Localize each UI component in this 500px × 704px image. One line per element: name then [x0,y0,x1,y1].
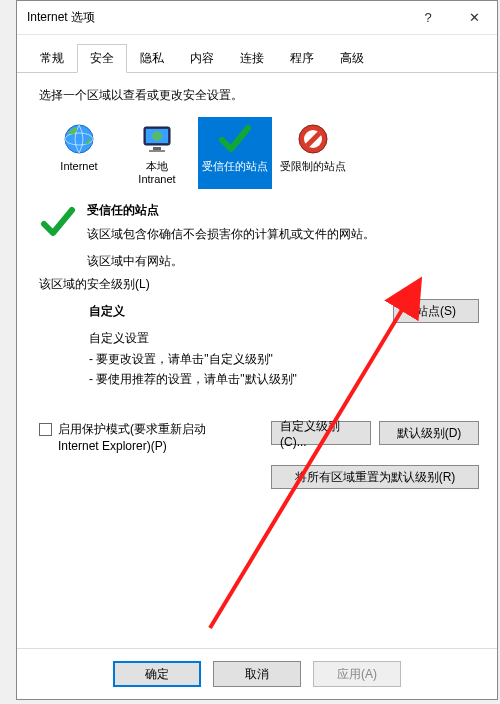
cancel-button[interactable]: 取消 [213,661,301,687]
content-panel: 选择一个区域以查看或更改安全设置。 Internet [17,73,497,648]
security-level-caption: 该区域的安全级别(L) [39,276,479,293]
level-line: - 要使用推荐的设置，请单击"默认级别" [89,369,479,389]
tab-content[interactable]: 内容 [177,44,227,73]
dialog-footer: 确定 取消 应用(A) [17,648,497,699]
zone-label: 本地 Intranet [138,160,175,185]
tab-strip: 常规 安全 隐私 内容 连接 程序 高级 [17,35,497,73]
zone-trusted[interactable]: 受信任的站点 [198,117,272,189]
window-title: Internet 选项 [27,9,405,26]
protect-mode-checkbox-group[interactable]: 启用保护模式(要求重新启动 Internet Explorer)(P) [39,421,261,455]
zone-restricted[interactable]: 受限制的站点 [276,117,350,189]
svg-point-4 [152,131,162,141]
tab-general[interactable]: 常规 [27,44,77,73]
checkbox-icon[interactable] [39,423,52,436]
tab-connections[interactable]: 连接 [227,44,277,73]
internet-options-dialog: Internet 选项 ? ✕ 常规 安全 隐私 内容 连接 程序 高级 选择一… [16,0,498,700]
zone-desc-body: 该区域包含你确信不会损害你的计算机或文件的网站。 [87,225,479,243]
reset-row: 将所有区域重置为默认级别(R) [39,465,479,489]
globe-icon [61,121,97,157]
tab-security[interactable]: 安全 [77,44,127,73]
tab-privacy[interactable]: 隐私 [127,44,177,73]
zone-list: Internet 本地 Intranet [39,114,479,192]
check-icon [217,121,253,157]
zone-description: 受信任的站点 该区域包含你确信不会损害你的计算机或文件的网站。 该区域中有网站。 [39,202,479,270]
window-controls: ? ✕ [405,3,497,33]
zone-label: 受信任的站点 [202,160,268,173]
protect-mode-row: 启用保护模式(要求重新启动 Internet Explorer)(P) 自定义级… [39,421,479,455]
zone-desc-note: 该区域中有网站。 [87,253,479,270]
default-level-button[interactable]: 默认级别(D) [379,421,479,445]
tab-programs[interactable]: 程序 [277,44,327,73]
zone-intranet[interactable]: 本地 Intranet [120,117,194,189]
help-button[interactable]: ? [405,3,451,33]
ok-button[interactable]: 确定 [113,661,201,687]
level-buttons: 自定义级别(C)... 默认级别(D) [271,421,479,445]
instruction-text: 选择一个区域以查看或更改安全设置。 [39,87,479,104]
zone-internet[interactable]: Internet [42,117,116,189]
monitor-icon [139,121,175,157]
zone-description-text: 受信任的站点 该区域包含你确信不会损害你的计算机或文件的网站。 该区域中有网站。 [87,202,479,270]
svg-point-0 [65,125,93,153]
apply-button: 应用(A) [313,661,401,687]
protect-mode-label: 启用保护模式(要求重新启动 Internet Explorer)(P) [58,421,228,455]
zone-label: Internet [60,160,97,173]
custom-level-button[interactable]: 自定义级别(C)... [271,421,371,445]
level-lines: 自定义设置 - 要更改设置，请单击"自定义级别" - 要使用推荐的设置，请单击"… [89,328,479,389]
check-icon [39,202,77,240]
reset-all-button[interactable]: 将所有区域重置为默认级别(R) [271,465,479,489]
level-line: 自定义设置 [89,328,479,348]
zone-label: 受限制的站点 [280,160,346,173]
titlebar: Internet 选项 ? ✕ [17,1,497,35]
sites-button[interactable]: 站点(S) [393,299,479,323]
svg-rect-6 [149,150,165,152]
tab-advanced[interactable]: 高级 [327,44,377,73]
svg-rect-5 [153,147,161,150]
level-line: - 要更改设置，请单击"自定义级别" [89,349,479,369]
no-entry-icon [295,121,331,157]
close-button[interactable]: ✕ [451,3,497,33]
zone-desc-title: 受信任的站点 [87,202,479,219]
